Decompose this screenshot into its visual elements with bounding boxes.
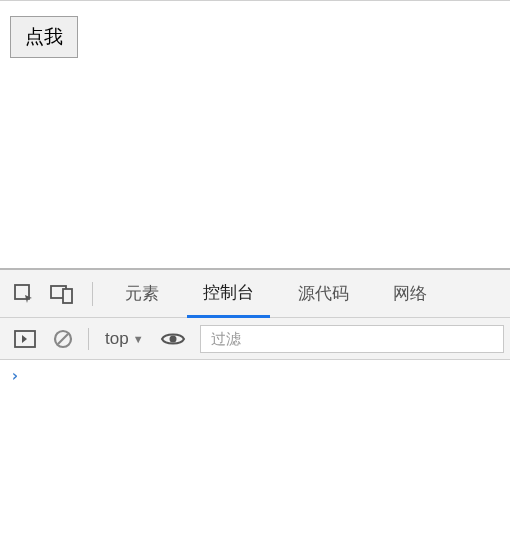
- console-filter-input[interactable]: [200, 325, 504, 353]
- tab-console[interactable]: 控制台: [187, 270, 270, 318]
- device-toggle-button[interactable]: [42, 270, 82, 318]
- page-content-area: 点我: [0, 0, 510, 268]
- eye-icon: [160, 330, 186, 348]
- inspect-icon: [13, 283, 35, 305]
- clear-icon: [53, 329, 73, 349]
- tab-label: 元素: [125, 282, 159, 305]
- devtools-panel: 元素 控制台 源代码 网络: [0, 268, 510, 536]
- inspect-element-button[interactable]: [0, 270, 42, 318]
- chevron-down-icon: ▼: [133, 333, 144, 345]
- svg-rect-2: [63, 289, 72, 303]
- tab-label: 网络: [393, 282, 427, 305]
- tab-network[interactable]: 网络: [377, 270, 443, 318]
- live-expression-button[interactable]: [154, 318, 192, 360]
- divider: [88, 328, 89, 350]
- device-icon: [50, 283, 74, 305]
- tab-elements[interactable]: 元素: [109, 270, 175, 318]
- console-toolbar: top ▼: [0, 318, 510, 360]
- context-label: top: [105, 329, 129, 349]
- click-me-button[interactable]: 点我: [10, 16, 78, 58]
- console-output-area[interactable]: ›: [0, 360, 510, 536]
- sidebar-icon: [14, 330, 36, 348]
- devtools-tabbar: 元素 控制台 源代码 网络: [0, 270, 510, 318]
- tab-label: 源代码: [298, 282, 349, 305]
- svg-line-5: [58, 334, 68, 344]
- tab-label: 控制台: [203, 281, 254, 304]
- svg-point-6: [169, 335, 176, 342]
- context-selector[interactable]: top ▼: [95, 329, 154, 349]
- toggle-sidebar-button[interactable]: [6, 318, 44, 360]
- console-prompt: ›: [10, 366, 20, 385]
- divider: [92, 282, 93, 306]
- tab-sources[interactable]: 源代码: [282, 270, 365, 318]
- clear-console-button[interactable]: [44, 318, 82, 360]
